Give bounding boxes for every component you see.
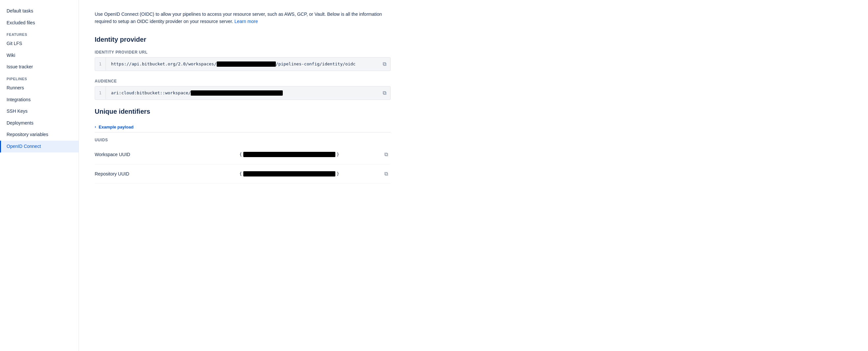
sidebar-item-label: SSH Keys <box>7 108 28 114</box>
workspace-uuid-close-brace: } <box>337 152 339 157</box>
sidebar-item-repository-variables[interactable]: Repository variables <box>0 129 79 141</box>
sidebar-item-issue-tracker[interactable]: Issue tracker <box>0 61 79 73</box>
sidebar-item-openid-connect[interactable]: OpenID Connect <box>0 141 79 153</box>
sidebar-item-excluded-files[interactable]: Excluded files <box>0 17 79 29</box>
sidebar-item-ssh-keys[interactable]: SSH Keys <box>0 105 79 117</box>
copy-icon: ⧉ <box>383 61 386 67</box>
audience-content: ari:cloud:bitbucket::workspace/ <box>106 87 379 100</box>
identity-provider-url-label: Identity provider URL <box>95 50 852 55</box>
copy-icon-2: ⧉ <box>383 90 386 96</box>
copy-icon-4: ⧉ <box>384 171 388 177</box>
sidebar-item-label: Deployments <box>7 120 34 126</box>
repository-uuid-close-brace: } <box>337 171 339 176</box>
sidebar-item-label: OpenID Connect <box>7 143 41 149</box>
sidebar-item-deployments[interactable]: Deployments <box>0 117 79 129</box>
workspace-uuid-value: { } <box>239 152 382 157</box>
sidebar-item-default-tasks[interactable]: Default tasks <box>0 5 79 17</box>
workspace-uuid-open-brace: { <box>239 152 242 157</box>
sidebar-item-integrations[interactable]: Integrations <box>0 94 79 106</box>
sidebar-section-pipelines: Pipelines <box>0 73 79 82</box>
audience-prefix: ari:cloud:bitbucket::workspace/ <box>111 90 191 95</box>
audience-label: Audience <box>95 79 852 84</box>
repository-uuid-redacted <box>243 171 335 177</box>
line-number-1: 1 <box>95 58 106 70</box>
audience-redacted <box>191 90 283 96</box>
uuids-label: UUIDs <box>95 132 391 145</box>
sidebar-item-git-lfs[interactable]: Git LFS <box>0 38 79 50</box>
repository-uuid-label: Repository UUID <box>95 171 239 177</box>
line-number-2: 1 <box>95 87 106 99</box>
repository-uuid-row: Repository UUID { } ⧉ <box>95 164 391 184</box>
workspace-uuid-redacted <box>243 152 335 157</box>
main-content: Use OpenID Connect (OIDC) to allow your … <box>79 0 868 351</box>
sidebar-item-runners[interactable]: Runners <box>0 82 79 94</box>
repository-uuid-open-brace: { <box>239 171 242 176</box>
url-redacted <box>217 61 276 67</box>
example-payload-row[interactable]: › Example payload <box>95 122 852 132</box>
copy-repository-uuid-button[interactable]: ⧉ <box>382 169 391 178</box>
description-text: Use OpenID Connect (OIDC) to allow your … <box>95 10 391 25</box>
audience-block: 1 ari:cloud:bitbucket::workspace/ ⧉ <box>95 86 391 100</box>
copy-audience-button[interactable]: ⧉ <box>379 88 390 99</box>
workspace-uuid-row: Workspace UUID { } ⧉ <box>95 145 391 164</box>
sidebar-item-label: Issue tracker <box>7 64 33 69</box>
chevron-right-icon: › <box>95 125 96 129</box>
unique-identifiers-section: Unique identifiers › Example payload UUI… <box>95 108 852 184</box>
learn-more-link[interactable]: Learn more <box>235 19 258 24</box>
sidebar-item-label: Wiki <box>7 53 15 58</box>
example-payload-label: Example payload <box>99 125 133 129</box>
identity-provider-url-content: https://api.bitbucket.org/2.0/workspaces… <box>106 58 379 71</box>
repository-uuid-value: { } <box>239 171 382 177</box>
sidebar-item-label: Default tasks <box>7 8 33 13</box>
copy-url-button[interactable]: ⧉ <box>379 59 390 70</box>
identity-provider-url-block: 1 https://api.bitbucket.org/2.0/workspac… <box>95 57 391 71</box>
sidebar-item-label: Git LFS <box>7 41 22 46</box>
unique-identifiers-title: Unique identifiers <box>95 108 852 115</box>
sidebar-item-label: Integrations <box>7 97 31 102</box>
identity-provider-title: Identity provider <box>95 36 852 43</box>
url-suffix: /pipelines-config/identity/oidc <box>276 61 356 66</box>
sidebar-item-label: Excluded files <box>7 20 35 25</box>
sidebar-section-features: Features <box>0 29 79 38</box>
sidebar: Default tasks Excluded files Features Gi… <box>0 0 79 351</box>
sidebar-item-label: Runners <box>7 85 24 90</box>
sidebar-item-wiki[interactable]: Wiki <box>0 50 79 61</box>
sidebar-item-label: Repository variables <box>7 132 48 137</box>
workspace-uuid-label: Workspace UUID <box>95 152 239 157</box>
copy-icon-3: ⧉ <box>384 152 388 157</box>
copy-workspace-uuid-button[interactable]: ⧉ <box>382 150 391 159</box>
url-prefix: https://api.bitbucket.org/2.0/workspaces… <box>111 61 217 66</box>
